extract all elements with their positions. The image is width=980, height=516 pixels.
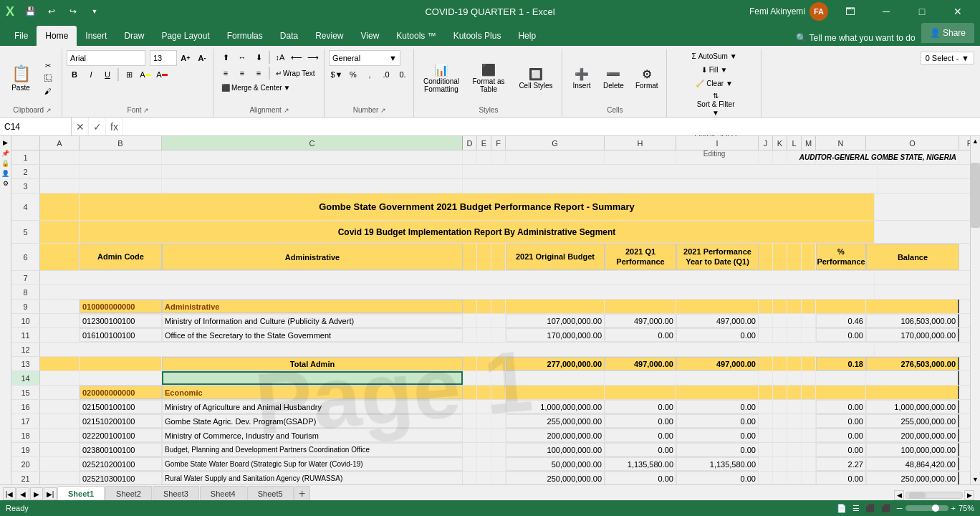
cell-n19[interactable]: 0.00 bbox=[816, 443, 866, 457]
cell-n20[interactable]: 2.27 bbox=[816, 457, 866, 471]
cell-j18[interactable] bbox=[759, 429, 773, 442]
sheet-tab-5[interactable]: Sheet5 bbox=[247, 486, 294, 500]
autosum-button[interactable]: Σ AutoSum ▼ bbox=[688, 50, 740, 62]
col-header-c[interactable]: C bbox=[162, 136, 463, 150]
cell-d14[interactable] bbox=[463, 371, 477, 385]
merge-center-button[interactable]: ⬛ Merge & Center ▼ bbox=[218, 82, 294, 94]
header-administrative[interactable]: Administrative bbox=[162, 244, 463, 270]
cell-f19[interactable] bbox=[491, 443, 506, 457]
cell-e21[interactable] bbox=[477, 472, 491, 484]
cell-k15[interactable] bbox=[773, 386, 787, 399]
cell-m16[interactable] bbox=[802, 400, 816, 414]
format-table-button[interactable]: ⬛ Format as Table bbox=[466, 59, 511, 97]
decrease-font-button[interactable]: A- bbox=[194, 51, 210, 65]
align-bottom-button[interactable]: ⬇ bbox=[251, 50, 266, 64]
view-normal-button[interactable]: ☰ bbox=[852, 504, 860, 513]
cell-l18[interactable] bbox=[787, 429, 802, 442]
cell-rest7[interactable] bbox=[40, 271, 875, 285]
col-header-b[interactable]: B bbox=[80, 136, 162, 150]
font-name-input[interactable]: Arial bbox=[67, 50, 145, 66]
scroll-left-button[interactable]: ◀ bbox=[894, 490, 904, 500]
cell-m20[interactable] bbox=[802, 457, 816, 471]
save-button[interactable]: 💾 bbox=[20, 1, 40, 22]
delete-cell-button[interactable]: ➖ Delete bbox=[598, 64, 629, 93]
cell-o20[interactable]: 48,864,420.00 bbox=[866, 457, 959, 471]
cell-a18[interactable] bbox=[40, 429, 80, 442]
cell-f15[interactable] bbox=[491, 386, 506, 399]
header-ytd[interactable]: 2021 Performance Year to Date (Q1) bbox=[676, 244, 759, 270]
share-button[interactable]: 👤 Share bbox=[921, 23, 974, 43]
cell-k11[interactable] bbox=[773, 328, 787, 342]
conditional-formatting-button[interactable]: 📊 Conditional Formatting bbox=[418, 59, 464, 97]
currency-button[interactable]: $▼ bbox=[329, 67, 345, 82]
select-dropdown-button[interactable]: 0 Select - ▼ bbox=[921, 52, 974, 64]
header-pct-performance[interactable]: % Performance bbox=[816, 244, 866, 270]
sheet-last-button[interactable]: ▶| bbox=[44, 487, 57, 500]
cell-m6[interactable] bbox=[802, 244, 816, 270]
cell-l15[interactable] bbox=[787, 386, 802, 399]
cell-k17[interactable] bbox=[773, 414, 787, 428]
cell-b19[interactable]: 023800100100 bbox=[80, 443, 162, 457]
cell-m9[interactable] bbox=[802, 300, 816, 313]
cell-m19[interactable] bbox=[802, 443, 816, 457]
cell-n21[interactable]: 0.00 bbox=[816, 472, 866, 484]
cell-d11[interactable] bbox=[463, 328, 477, 342]
underline-button[interactable]: U bbox=[100, 67, 115, 82]
cell-j1[interactable] bbox=[759, 150, 773, 164]
user-avatar[interactable]: FA bbox=[810, 2, 828, 21]
cell-d10[interactable] bbox=[463, 314, 477, 328]
cell-o11[interactable]: 170,000,000.00 bbox=[866, 328, 959, 342]
cell-n14[interactable] bbox=[816, 371, 866, 385]
cell-rest12[interactable] bbox=[40, 343, 875, 356]
tab-file[interactable]: File bbox=[6, 26, 37, 46]
align-left-button[interactable]: ≡ bbox=[218, 66, 234, 80]
format-cell-button[interactable]: ⚙ Format bbox=[630, 64, 663, 93]
cell-e13[interactable] bbox=[477, 357, 491, 371]
number-format-dropdown[interactable]: General ▼ bbox=[329, 50, 400, 66]
cell-h1[interactable] bbox=[605, 150, 676, 164]
cell-b3[interactable] bbox=[80, 179, 162, 193]
cell-k10[interactable] bbox=[773, 314, 787, 328]
fill-color-button[interactable]: A bbox=[138, 67, 153, 82]
cell-i21[interactable]: 0.00 bbox=[676, 472, 759, 484]
cell-a13[interactable] bbox=[40, 357, 80, 371]
italic-button[interactable]: I bbox=[83, 67, 99, 82]
cell-f11[interactable] bbox=[491, 328, 506, 342]
col-header-l[interactable]: L bbox=[787, 136, 802, 150]
cell-k18[interactable] bbox=[773, 429, 787, 442]
cell-l13[interactable] bbox=[787, 357, 802, 371]
cell-h15[interactable] bbox=[605, 386, 676, 399]
col-header-f[interactable]: F bbox=[491, 136, 506, 150]
cell-g11[interactable]: 170,000,000.00 bbox=[506, 328, 605, 342]
tab-home[interactable]: Home bbox=[37, 26, 77, 46]
cell-d9[interactable] bbox=[463, 300, 477, 313]
undo-button[interactable]: ↩ bbox=[42, 1, 62, 22]
cell-k13[interactable] bbox=[773, 357, 787, 371]
cell-g1[interactable] bbox=[506, 150, 605, 164]
cell-m13[interactable] bbox=[802, 357, 816, 371]
cell-j6[interactable] bbox=[759, 244, 773, 270]
cut-button[interactable]: ✂ bbox=[37, 59, 59, 72]
cell-j13[interactable] bbox=[759, 357, 773, 371]
add-sheet-button[interactable]: + bbox=[294, 486, 310, 500]
cell-i17[interactable]: 0.00 bbox=[676, 414, 759, 428]
cell-m11[interactable] bbox=[802, 328, 816, 342]
view-pagebreak-button[interactable]: ⬛ bbox=[881, 504, 891, 513]
minimize-button[interactable]: ─ bbox=[870, 0, 903, 23]
cell-o21[interactable]: 250,000,000.00 bbox=[866, 472, 959, 484]
wrap-text-button[interactable]: ↵ Wrap Text bbox=[272, 67, 319, 80]
tab-help[interactable]: Help bbox=[509, 26, 544, 46]
cell-g16[interactable]: 1,000,000,000.00 bbox=[506, 400, 605, 414]
cell-i9[interactable] bbox=[676, 300, 759, 313]
cell-j9[interactable] bbox=[759, 300, 773, 313]
cell-o10[interactable]: 106,503,000.00 bbox=[866, 314, 959, 328]
cell-f13[interactable] bbox=[491, 357, 506, 371]
cell-o14[interactable] bbox=[866, 371, 959, 385]
cell-c19[interactable]: Budget, Planning and Development Partner… bbox=[162, 443, 463, 457]
cell-a1[interactable] bbox=[40, 150, 80, 164]
cell-e17[interactable] bbox=[477, 414, 491, 428]
cell-c1[interactable] bbox=[162, 150, 463, 164]
cell-b13[interactable] bbox=[80, 357, 162, 371]
indent-decrease-button[interactable]: ⟵ bbox=[289, 50, 304, 64]
cell-rest8[interactable] bbox=[40, 285, 875, 299]
